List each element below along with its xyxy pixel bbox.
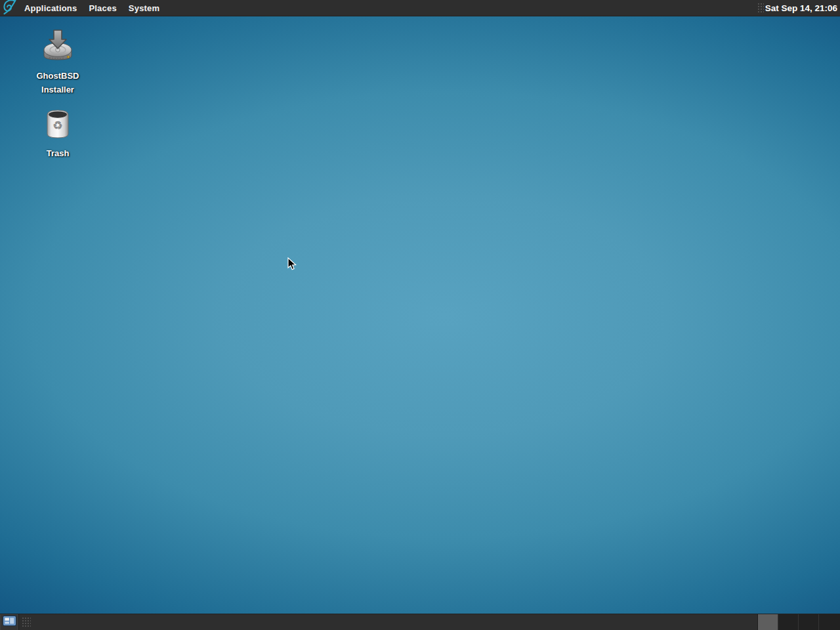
desktop-icon-label: Trash — [47, 146, 70, 160]
show-desktop-icon — [3, 616, 16, 629]
clock-applet-drag-handle[interactable] — [757, 3, 764, 14]
mouse-cursor — [287, 257, 298, 274]
show-desktop-button[interactable] — [0, 614, 19, 630]
svg-text:♻: ♻ — [52, 119, 62, 132]
menu-applications[interactable]: Applications — [18, 0, 83, 16]
desktop-icon-trash[interactable]: ♻ Trash — [30, 109, 85, 160]
clock-applet[interactable]: Sat Sep 14, 21:06 — [765, 3, 840, 13]
desktop-icon-ghostbsd-installer[interactable]: GhostBSD Installer — [30, 29, 85, 96]
installer-harddrive-icon — [42, 29, 74, 64]
workspace-cell-2[interactable] — [778, 614, 799, 630]
window-list-drag-handle[interactable] — [22, 617, 31, 628]
menu-system[interactable]: System — [123, 0, 165, 16]
top-panel: Applications Places System Sat Sep 14, 2… — [0, 0, 840, 16]
desktop-icon-label: GhostBSD Installer — [30, 69, 85, 96]
workspace-switcher[interactable] — [757, 614, 840, 630]
workspace-cell-1[interactable] — [758, 614, 778, 630]
trash-can-icon: ♻ — [43, 109, 73, 142]
desktop-wallpaper — [0, 0, 840, 630]
menu-places[interactable]: Places — [83, 0, 122, 16]
workspace-cell-4[interactable] — [819, 614, 840, 630]
ghostbsd-menu-button[interactable] — [0, 0, 18, 16]
bottom-panel — [0, 614, 840, 630]
ghostbsd-logo-icon — [2, 0, 16, 17]
workspace-cell-3[interactable] — [799, 614, 819, 630]
